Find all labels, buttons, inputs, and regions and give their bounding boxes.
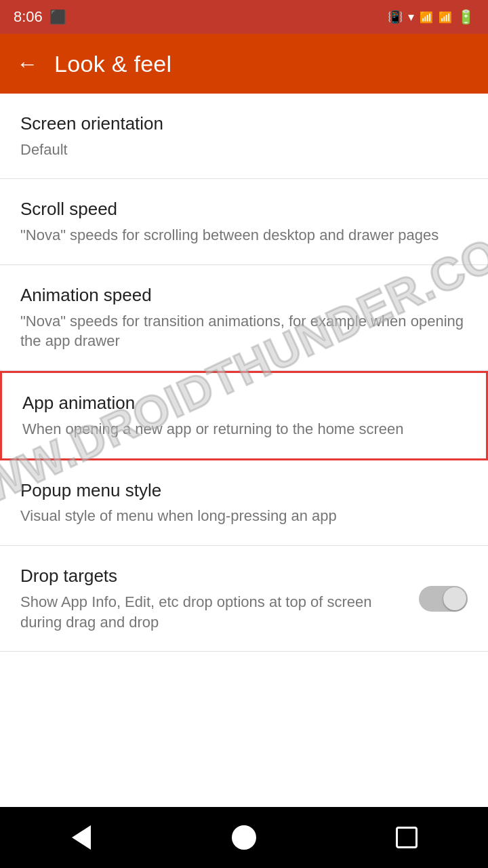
toggle-knob	[443, 587, 466, 610]
animation-speed-title: Animation speed	[20, 284, 468, 307]
page-title: Look & feel	[54, 51, 171, 77]
popup-menu-style-title: Popup menu style	[20, 479, 468, 502]
status-bar: 8:06 ⬛ 📳 ▾ 📶 📶 🔋	[0, 0, 488, 34]
scroll-speed-title: Scroll speed	[20, 198, 468, 221]
screen-orientation-item[interactable]: Screen orientation Default	[0, 94, 488, 179]
nav-home-button[interactable]	[224, 824, 264, 851]
battery-icon: 🔋	[458, 9, 474, 25]
drop-targets-toggle[interactable]	[419, 586, 468, 612]
animation-speed-item[interactable]: Animation speed "Nova" speeds for transi…	[0, 265, 488, 371]
app-animation-item[interactable]: App animation When opening a new app or …	[0, 371, 488, 460]
signal-icon-1: 📶	[420, 11, 433, 24]
nav-back-button[interactable]	[61, 824, 102, 851]
vibrate-icon: 📳	[388, 9, 403, 24]
back-button[interactable]: ←	[16, 52, 38, 77]
status-bar-left: 8:06 ⬛	[14, 8, 66, 26]
app-bar: ← Look & feel	[0, 34, 488, 94]
wifi-icon: ▾	[408, 9, 414, 24]
screen-orientation-title: Screen orientation	[20, 113, 468, 136]
scroll-speed-item[interactable]: Scroll speed "Nova" speeds for scrolling…	[0, 179, 488, 264]
drop-targets-item[interactable]: Drop targets Show App Info, Edit, etc dr…	[0, 546, 488, 652]
signal-icon-2: 📶	[439, 11, 452, 24]
popup-menu-style-item[interactable]: Popup menu style Visual style of menu wh…	[0, 460, 488, 546]
settings-list: WWW.DROIDTHUNDER.COM Screen orientation …	[0, 94, 488, 807]
app-animation-subtitle: When opening a new app or returning to t…	[22, 419, 466, 439]
animation-speed-subtitle: "Nova" speeds for transition animations,…	[20, 311, 468, 351]
drop-targets-subtitle: Show App Info, Edit, etc drop options at…	[20, 592, 405, 632]
status-time: 8:06	[14, 8, 43, 26]
nav-home-icon	[232, 825, 256, 850]
screenshot-icon: ⬛	[49, 9, 66, 25]
popup-menu-style-subtitle: Visual style of menu when long-pressing …	[20, 506, 468, 526]
screen-orientation-subtitle: Default	[20, 140, 468, 160]
app-animation-title: App animation	[22, 392, 466, 415]
nav-recents-icon	[396, 827, 418, 848]
nav-recents-button[interactable]	[386, 824, 427, 851]
status-bar-right: 📳 ▾ 📶 📶 🔋	[388, 9, 474, 25]
drop-targets-content: Drop targets Show App Info, Edit, etc dr…	[20, 565, 419, 632]
nav-bar	[0, 807, 488, 868]
drop-targets-title: Drop targets	[20, 565, 405, 588]
scroll-speed-subtitle: "Nova" speeds for scrolling between desk…	[20, 225, 468, 245]
nav-back-icon	[72, 825, 91, 850]
